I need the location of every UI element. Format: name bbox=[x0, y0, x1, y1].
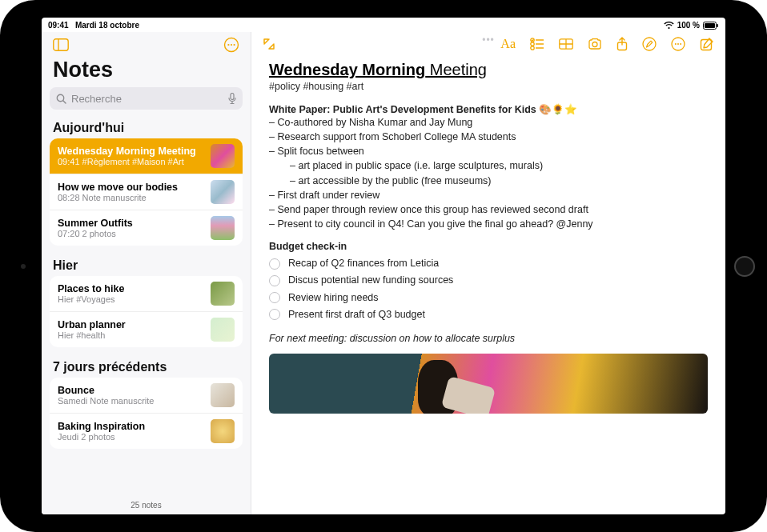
note-list-item[interactable]: Places to hikeHier #Voyages bbox=[50, 276, 243, 311]
note-thumbnail bbox=[211, 216, 235, 240]
attached-photo[interactable] bbox=[269, 354, 708, 414]
notes-count: 25 notes bbox=[42, 498, 251, 514]
section-header: Hier bbox=[42, 254, 251, 276]
screen: 09:41 Mardi 18 octobre 100 % bbox=[42, 18, 725, 514]
table-icon[interactable] bbox=[559, 38, 573, 50]
wifi-icon bbox=[664, 22, 674, 30]
note-thumbnail bbox=[211, 144, 235, 168]
checklist-item[interactable]: Discus potential new funding sources bbox=[269, 272, 708, 289]
svg-point-7 bbox=[231, 44, 232, 46]
home-button[interactable] bbox=[734, 256, 755, 277]
body-line: – Send paper through review once this gr… bbox=[269, 202, 708, 217]
battery-percent: 100 % bbox=[677, 21, 700, 30]
body-line: – Research support from Schoberl College… bbox=[269, 130, 708, 144]
note-list-item[interactable]: Wednesday Morning Meeting09:41 #Règlemen… bbox=[50, 138, 243, 174]
checklist: Recap of Q2 finances from LeticiaDiscus … bbox=[269, 255, 708, 323]
note-list-item[interactable]: How we move our bodies08:28 Note manuscr… bbox=[50, 174, 243, 210]
svg-point-8 bbox=[234, 44, 235, 46]
text-format-icon[interactable]: Aa bbox=[500, 37, 516, 51]
note-item-sub: Hier #Voyages bbox=[58, 294, 204, 304]
doc-title: Wednesday Morning Meeting bbox=[269, 61, 708, 79]
note-thumbnail bbox=[211, 383, 235, 407]
search-placeholder: Recherche bbox=[71, 93, 122, 105]
svg-point-27 bbox=[680, 43, 681, 45]
note-item-sub: 08:28 Note manuscrite bbox=[58, 193, 204, 202]
next-meeting-note: For next meeting: discussion on how to a… bbox=[269, 333, 708, 344]
note-item-title: Bounce bbox=[58, 385, 204, 396]
expand-icon[interactable] bbox=[263, 38, 275, 50]
paper-lines-2: – First draft under review– Send paper t… bbox=[269, 188, 708, 231]
share-icon[interactable] bbox=[616, 37, 628, 51]
note-item-sub: Jeudi 2 photos bbox=[58, 432, 204, 442]
paper-lines: – Co-authored by Nisha Kumar and Jay Mun… bbox=[269, 115, 708, 158]
note-thumbnail bbox=[211, 282, 235, 306]
checkbox-icon[interactable] bbox=[269, 309, 280, 320]
status-bar: 09:41 Mardi 18 octobre 100 % bbox=[42, 18, 725, 32]
note-item-title: Places to hike bbox=[58, 283, 204, 294]
body-line: – art placed in public space (i.e. large… bbox=[269, 158, 708, 173]
checkbox-icon[interactable] bbox=[269, 292, 280, 303]
note-sections: Aujourd'huiWednesday Morning Meeting09:4… bbox=[42, 116, 251, 457]
note-list-item[interactable]: Baking InspirationJeudi 2 photos bbox=[50, 413, 243, 449]
more-icon[interactable] bbox=[671, 37, 685, 51]
svg-point-23 bbox=[643, 38, 656, 50]
status-right: 100 % bbox=[664, 21, 719, 30]
checklist-label: Recap of Q2 finances from Leticia bbox=[288, 255, 439, 272]
doc-title-bold: Wednesday Morning bbox=[269, 61, 425, 78]
svg-point-6 bbox=[227, 44, 229, 46]
markup-icon[interactable] bbox=[642, 37, 657, 51]
more-options-icon[interactable] bbox=[223, 37, 239, 53]
multitask-handle-icon[interactable]: ••• bbox=[482, 34, 495, 46]
svg-point-21 bbox=[592, 42, 597, 47]
checklist-item[interactable]: Recap of Q2 finances from Leticia bbox=[269, 255, 708, 272]
note-thumbnail bbox=[211, 419, 235, 443]
camera-icon[interactable] bbox=[588, 38, 602, 50]
note-item-sub: 09:41 #Règlement #Maison #Art bbox=[58, 157, 204, 166]
svg-rect-2 bbox=[717, 24, 719, 27]
note-list-item[interactable]: Urban plannerHier #health bbox=[50, 311, 243, 347]
note-item-sub: Hier #health bbox=[58, 330, 204, 340]
ipad-frame: 09:41 Mardi 18 octobre 100 % bbox=[0, 0, 767, 532]
doc-hashtags: #policy #housing #art bbox=[269, 81, 708, 92]
body-line: – Co-authored by Nisha Kumar and Jay Mun… bbox=[269, 115, 708, 130]
front-camera bbox=[21, 264, 26, 269]
checklist-icon[interactable] bbox=[530, 38, 544, 50]
sidebar-toolbar bbox=[42, 32, 251, 56]
note-item-sub: Samedi Note manuscrite bbox=[58, 396, 204, 406]
sidebar: Notes Recherche Aujourd'huiWednesday Mor… bbox=[42, 32, 251, 514]
note-item-title: Wednesday Morning Meeting bbox=[58, 146, 204, 157]
note-item-title: How we move our bodies bbox=[58, 182, 204, 193]
status-date: Mardi 18 octobre bbox=[75, 21, 139, 30]
checklist-item[interactable]: Review hiring needs bbox=[269, 290, 708, 306]
svg-rect-3 bbox=[54, 39, 68, 50]
paper-indented: – art placed in public space (i.e. large… bbox=[269, 158, 708, 187]
note-editor: ••• Aa bbox=[251, 32, 725, 514]
checkbox-icon[interactable] bbox=[269, 258, 280, 270]
svg-point-26 bbox=[677, 43, 679, 45]
compose-icon[interactable] bbox=[700, 37, 714, 51]
svg-point-16 bbox=[531, 46, 534, 50]
note-body[interactable]: Wednesday Morning Meeting #policy #housi… bbox=[251, 54, 725, 514]
paper-heading: White Paper: Public Art's Development Be… bbox=[269, 103, 708, 115]
svg-point-25 bbox=[675, 43, 677, 45]
svg-line-10 bbox=[63, 100, 66, 102]
checklist-item[interactable]: Present first draft of Q3 budget bbox=[269, 306, 708, 323]
battery-icon bbox=[703, 22, 719, 30]
svg-rect-1 bbox=[705, 23, 715, 28]
note-item-sub: 07:20 2 photos bbox=[58, 229, 204, 238]
dictate-icon[interactable] bbox=[228, 93, 236, 104]
note-item-title: Urban planner bbox=[58, 319, 204, 330]
note-list-item[interactable]: BounceSamedi Note manuscrite bbox=[50, 378, 243, 413]
note-item-title: Baking Inspiration bbox=[58, 421, 204, 432]
sidebar-toggle-icon[interactable] bbox=[53, 38, 69, 51]
body-line: – Split focus between bbox=[269, 144, 708, 158]
note-thumbnail bbox=[211, 318, 235, 342]
search-icon bbox=[56, 94, 66, 104]
doc-title-rest: Meeting bbox=[425, 61, 487, 78]
svg-point-14 bbox=[531, 42, 534, 46]
note-list-item[interactable]: Summer Outfits07:20 2 photos bbox=[50, 210, 243, 246]
status-left: 09:41 Mardi 18 octobre bbox=[48, 21, 139, 30]
search-input[interactable]: Recherche bbox=[50, 87, 243, 110]
note-item-title: Summer Outfits bbox=[58, 218, 204, 229]
checkbox-icon[interactable] bbox=[269, 275, 280, 286]
